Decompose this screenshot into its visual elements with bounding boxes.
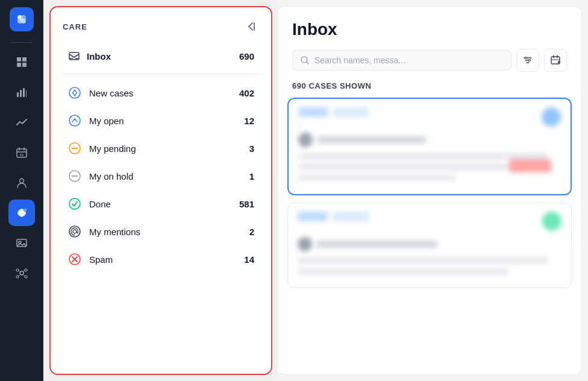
nav-item-network[interactable] <box>8 260 35 286</box>
inbox-nav-item[interactable]: Inbox 690 <box>55 43 266 69</box>
search-icon <box>300 55 310 65</box>
my-mentions-count: 2 <box>249 227 254 237</box>
svg-point-45 <box>73 230 77 233</box>
search-input-wrap[interactable] <box>292 50 511 71</box>
sidebar-panel: CARE Inbox 690 New case <box>49 6 272 375</box>
my-pending-label: My pending <box>89 143 249 154</box>
menu-item-spam[interactable]: Spam 14 <box>55 245 266 273</box>
my-on-hold-count: 1 <box>249 171 254 181</box>
my-mentions-icon <box>67 224 82 239</box>
svg-point-36 <box>69 115 80 126</box>
nav-item-reports[interactable] <box>8 79 35 105</box>
new-cases-count: 402 <box>239 88 254 98</box>
my-pending-count: 3 <box>249 143 254 154</box>
sidebar-collapse-button[interactable] <box>242 18 259 35</box>
svg-point-40 <box>77 148 78 149</box>
menu-item-new-cases[interactable]: New cases 402 <box>55 79 266 107</box>
assign-button[interactable] <box>544 49 567 72</box>
new-cases-label: New cases <box>89 88 239 98</box>
nav-item-care[interactable]: + <box>8 200 35 226</box>
my-on-hold-icon <box>67 169 82 183</box>
svg-rect-4 <box>17 57 21 61</box>
svg-rect-8 <box>17 92 19 97</box>
search-input[interactable] <box>314 55 504 65</box>
menu-item-done[interactable]: Done 581 <box>55 190 266 218</box>
nav-item-media[interactable] <box>8 230 35 256</box>
nav-item-calendar[interactable]: 21 <box>8 139 35 166</box>
inbox-panel: Inbox <box>277 6 582 375</box>
svg-rect-10 <box>23 88 25 97</box>
svg-line-50 <box>307 62 308 64</box>
svg-rect-11 <box>26 90 27 97</box>
done-icon <box>67 197 82 211</box>
filter-button[interactable] <box>516 49 539 72</box>
app-logo[interactable] <box>10 7 34 31</box>
my-on-hold-label: My on hold <box>89 171 249 181</box>
svg-line-29 <box>19 274 20 276</box>
nav-item-contacts[interactable] <box>8 169 35 196</box>
spam-count: 14 <box>244 254 254 265</box>
svg-point-24 <box>25 269 27 271</box>
svg-point-23 <box>16 269 19 271</box>
inbox-icon <box>67 49 81 63</box>
left-navigation: 21 + <box>0 0 43 381</box>
case-card-2[interactable] <box>287 203 572 288</box>
svg-rect-9 <box>20 90 22 97</box>
menu-item-my-on-hold[interactable]: My on hold 1 <box>55 162 266 190</box>
my-open-label: My open <box>89 116 244 126</box>
done-label: Done <box>89 199 239 209</box>
my-mentions-label: My mentions <box>89 227 249 237</box>
spam-icon <box>67 252 82 266</box>
svg-point-39 <box>72 148 73 149</box>
svg-point-55 <box>529 60 531 61</box>
svg-point-3 <box>21 19 26 24</box>
svg-point-26 <box>25 276 27 278</box>
nav-item-dashboard[interactable] <box>8 49 35 75</box>
menu-item-my-open[interactable]: My open 12 <box>55 107 266 134</box>
svg-rect-5 <box>22 57 27 61</box>
svg-point-43 <box>69 198 80 209</box>
menu-item-my-mentions[interactable]: My mentions 2 <box>55 218 266 245</box>
svg-rect-6 <box>17 63 21 67</box>
svg-text:21: 21 <box>20 153 24 157</box>
menu-item-my-pending[interactable]: My pending 3 <box>55 134 266 162</box>
sidebar-divider <box>63 74 259 74</box>
new-cases-icon <box>67 86 82 100</box>
svg-point-17 <box>20 179 24 183</box>
svg-text:+: + <box>25 208 27 212</box>
svg-point-54 <box>525 57 527 59</box>
my-open-icon <box>67 113 82 128</box>
inbox-header: Inbox <box>278 7 581 81</box>
my-open-count: 12 <box>244 116 254 126</box>
svg-point-25 <box>16 276 19 278</box>
svg-line-30 <box>23 274 25 276</box>
search-bar-row <box>292 49 567 72</box>
inbox-count: 690 <box>239 51 254 61</box>
inbox-title: Inbox <box>292 20 567 39</box>
inbox-label: Inbox <box>87 51 239 61</box>
case-card-1[interactable] <box>287 98 572 195</box>
case-list <box>278 98 581 374</box>
main-content-area: Inbox <box>277 0 588 381</box>
nav-divider-1 <box>11 42 33 43</box>
sidebar-title: CARE <box>63 22 87 31</box>
my-pending-icon <box>67 141 82 156</box>
sidebar-header: CARE <box>51 7 271 43</box>
nav-item-analytics[interactable] <box>8 109 35 136</box>
done-count: 581 <box>239 199 254 209</box>
svg-point-35 <box>69 87 80 98</box>
svg-line-28 <box>23 271 25 272</box>
spam-label: Spam <box>89 254 244 265</box>
svg-rect-7 <box>22 63 27 67</box>
svg-line-27 <box>19 271 20 272</box>
cases-shown-count: 690 CASES SHOWN <box>278 81 581 98</box>
